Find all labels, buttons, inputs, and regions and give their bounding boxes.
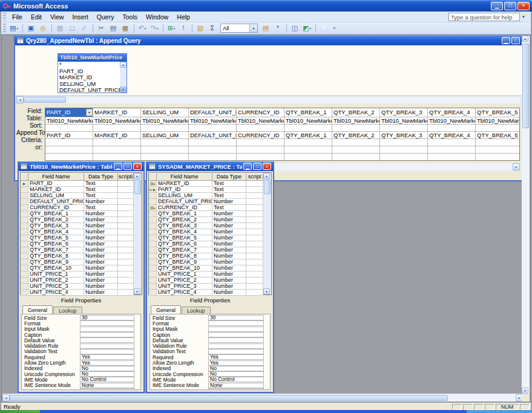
- field-name-cell[interactable]: QTY_BREAK_2: [157, 217, 212, 223]
- or-cell[interactable]: [476, 146, 520, 154]
- field-cell[interactable]: PART_ID ▼: [45, 108, 93, 117]
- toolbar-button[interactable]: ↷ ▾: [149, 23, 160, 33]
- toolbar-button[interactable]: ▾: [91, 24, 95, 33]
- toolbar-button[interactable]: ✓ ▾: [79, 23, 90, 33]
- table-minimize-button[interactable]: ▁: [114, 163, 122, 170]
- menu-item[interactable]: File: [8, 12, 27, 22]
- field-name-cell[interactable]: QTY_BREAK_6: [28, 241, 84, 247]
- row-selector[interactable]: ►: [149, 223, 157, 229]
- field-name-cell[interactable]: UNIT_PRICE_4: [157, 290, 212, 296]
- field-row[interactable]: ► QTY_BREAK_4 Number: [149, 229, 263, 235]
- row-selector[interactable]: ►: [149, 265, 157, 272]
- data-type-cell[interactable]: Number: [212, 259, 246, 265]
- sort-cell[interactable]: [237, 125, 284, 132]
- table-cell[interactable]: Tbl010_NewMarketPrice: [284, 117, 332, 125]
- table-maximize-button[interactable]: □: [123, 163, 132, 170]
- query-maximize-button[interactable]: □: [511, 37, 520, 44]
- field-cell[interactable]: DEFAULT_UNIT_PRICE ▼: [189, 108, 237, 117]
- table-cell[interactable]: Tbl010_NewMarketPrice: [332, 117, 380, 125]
- description-cell[interactable]: [246, 272, 263, 278]
- description-cell[interactable]: [246, 193, 263, 199]
- toolbar-button[interactable]: ▣ ▾: [25, 23, 37, 33]
- description-cell[interactable]: [118, 223, 134, 229]
- data-type-cell[interactable]: Number: [84, 265, 118, 272]
- or-cell[interactable]: [141, 146, 189, 154]
- description-cell[interactable]: [118, 199, 134, 205]
- or-cell[interactable]: [332, 146, 380, 154]
- data-type-cell[interactable]: Number: [212, 253, 246, 259]
- or-cell[interactable]: [93, 146, 141, 154]
- data-type-cell[interactable]: Number: [212, 284, 246, 290]
- field-row[interactable]: ► DEFAULT_UNIT_PRICE Number: [21, 199, 134, 205]
- field-row[interactable]: ► PART_ID Text: [149, 187, 263, 193]
- field-name-cell[interactable]: QTY_BREAK_3: [28, 223, 84, 229]
- property-value-input[interactable]: [80, 349, 134, 354]
- sort-cell[interactable]: [93, 125, 141, 132]
- data-type-cell[interactable]: Number: [84, 259, 118, 265]
- criteria-cell[interactable]: [45, 139, 93, 146]
- criteria-cell[interactable]: [189, 139, 237, 146]
- data-type-cell[interactable]: Number: [84, 199, 118, 205]
- data-type-cell[interactable]: Number: [212, 223, 246, 229]
- menu-item[interactable]: Edit: [27, 12, 46, 22]
- row-selector[interactable]: ►: [149, 278, 157, 284]
- scroll-left-icon[interactable]: ◄: [2, 394, 10, 402]
- field-combo-arrow[interactable]: ▼: [86, 109, 93, 116]
- field-name-cell[interactable]: MARKET_ID: [28, 187, 84, 193]
- field-cell[interactable]: QTY_BREAK_3 ▼: [380, 108, 428, 117]
- description-cell[interactable]: [118, 265, 134, 272]
- append-to-cell[interactable]: SELLING_UM: [141, 132, 189, 139]
- table-cell[interactable]: Tbl010_NewMarketPrice: [237, 117, 284, 125]
- criteria-cell[interactable]: [380, 139, 428, 146]
- field-row[interactable]: ► QTY_BREAK_6 Number: [149, 241, 263, 247]
- field-row[interactable]: ► QTY_BREAK_4 Number: [21, 229, 134, 235]
- scroll-down-icon[interactable]: ▼: [134, 288, 140, 294]
- query-window[interactable]: Qry280_AppendNewTbl : Append Query ▁ □ T…: [14, 36, 523, 181]
- property-value-input[interactable]: [208, 327, 264, 332]
- description-cell[interactable]: [246, 205, 263, 211]
- row-selector[interactable]: ►: [21, 199, 28, 205]
- row-selector[interactable]: ►: [21, 259, 28, 265]
- row-selector[interactable]: ►: [149, 235, 157, 241]
- toolbar-button[interactable]: ◎ ▾: [38, 23, 49, 33]
- field-name-cell[interactable]: QTY_BREAK_2: [28, 217, 84, 223]
- toolbar-button[interactable]: ▦ ▾: [120, 23, 131, 33]
- minimize-button[interactable]: ▁: [491, 2, 503, 10]
- field-row[interactable]: ► MARKET_ID Text: [149, 181, 263, 187]
- description-cell[interactable]: [118, 253, 134, 259]
- property-value-input[interactable]: Yes: [208, 360, 264, 366]
- property-value-input[interactable]: [208, 349, 264, 354]
- data-type-cell[interactable]: Text: [84, 187, 118, 193]
- description-cell[interactable]: [246, 223, 263, 229]
- field-row[interactable]: ► QTY_BREAK_1 Number: [149, 211, 263, 217]
- scroll-up-icon[interactable]: ▲: [263, 173, 270, 179]
- data-type-cell[interactable]: Number: [84, 272, 118, 278]
- property-value-input[interactable]: [208, 337, 264, 343]
- row-selector[interactable]: ►: [149, 205, 157, 211]
- row-selector[interactable]: ►: [21, 229, 28, 235]
- append-to-cell[interactable]: QTY_BREAK_4: [428, 132, 476, 139]
- field-name-cell[interactable]: QTY_BREAK_9: [157, 259, 212, 265]
- row-selector[interactable]: ►: [21, 205, 28, 211]
- field-name-cell[interactable]: UNIT_PRICE_3: [28, 284, 84, 290]
- field-list-title[interactable]: Tbl010_NewMarketPrice: [58, 54, 126, 62]
- field-cell[interactable]: SELLING_UM ▼: [141, 108, 189, 117]
- field-name-cell[interactable]: MARKET_ID: [157, 181, 212, 187]
- description-cell[interactable]: [246, 259, 263, 265]
- field-row[interactable]: ► UNIT_PRICE_1 Number: [21, 272, 134, 278]
- blank-cell[interactable]: [476, 154, 520, 161]
- field-row[interactable]: ► UNIT_PRICE_2 Number: [149, 278, 263, 284]
- field-row[interactable]: ► QTY_BREAK_3 Number: [149, 223, 263, 229]
- data-type-cell[interactable]: Number: [212, 235, 246, 241]
- toolbar-button[interactable]: ? ▾: [318, 23, 330, 33]
- row-selector[interactable]: ►: [149, 211, 157, 217]
- toolbar-button[interactable]: ! ▾: [178, 23, 189, 33]
- scroll-down-icon[interactable]: ▼: [263, 288, 270, 294]
- field-name-cell[interactable]: CURRENCY_ID: [28, 205, 84, 211]
- field-name-cell[interactable]: QTY_BREAK_1: [157, 211, 212, 217]
- field-row[interactable]: ► QTY_BREAK_5 Number: [21, 235, 134, 241]
- field-row[interactable]: ► QTY_BREAK_1 Number: [21, 211, 134, 217]
- table-minimize-button[interactable]: ▁: [243, 163, 252, 170]
- row-selector[interactable]: ►: [21, 241, 28, 247]
- field-name-cell[interactable]: UNIT_PRICE_2: [157, 278, 212, 284]
